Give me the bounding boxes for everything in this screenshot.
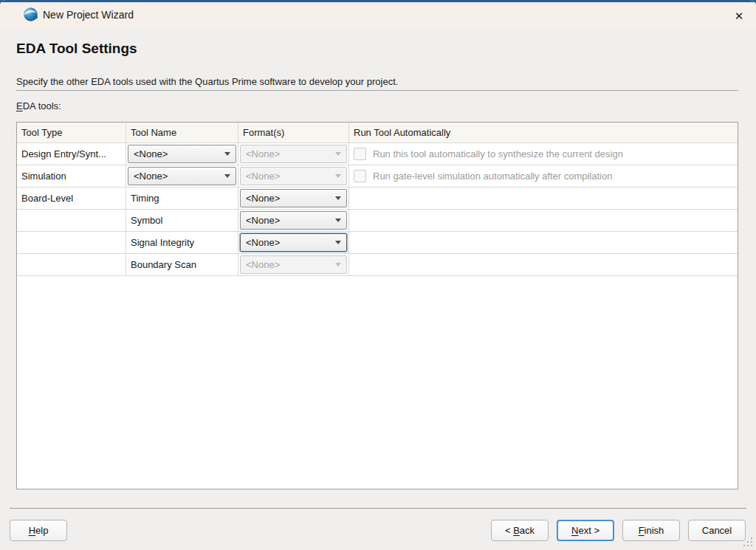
format-combo: <None> [240, 145, 347, 163]
chevron-down-icon [224, 174, 230, 178]
resize-grip[interactable] [742, 536, 754, 548]
column-header-tool-type: Tool Type [17, 123, 126, 142]
column-header-run-tool-automatically: Run Tool Automatically [349, 123, 738, 142]
table-row-signal-integrity: Signal Integrity <None> [17, 232, 738, 254]
format-combo[interactable]: <None> [240, 211, 347, 230]
column-header-formats: Format(s) [238, 123, 349, 142]
finish-button[interactable]: Finish [622, 520, 680, 541]
next-button[interactable]: Next > [557, 520, 614, 541]
chevron-down-icon [335, 196, 341, 200]
format-combo: <None> [240, 255, 347, 274]
close-button[interactable]: ✕ [726, 4, 752, 28]
tool-type-cell [17, 254, 126, 275]
page-title: EDA Tool Settings [16, 41, 137, 57]
tool-name-combo[interactable]: <None> [128, 145, 236, 163]
format-combo: <None> [240, 167, 347, 185]
titlebar: New Project Wizard ✕ [0, 2, 756, 30]
window-title: New Project Wizard [43, 9, 134, 21]
format-combo[interactable]: <None> [240, 233, 347, 252]
cancel-button[interactable]: Cancel [688, 520, 746, 541]
back-button[interactable]: < Back [491, 520, 549, 541]
tool-name-combo[interactable]: <None> [128, 167, 236, 185]
column-header-tool-name: Tool Name [126, 123, 238, 142]
table-row-board-level-timing: Board-Level Timing <None> [17, 188, 738, 210]
table-row-simulation: Simulation <None> <None> Run gate-level … [17, 165, 738, 188]
run-auto-checkbox [354, 148, 366, 160]
chevron-down-icon [335, 263, 341, 267]
tool-type-cell [17, 232, 126, 253]
page-description: Specify the other EDA tools used with th… [16, 76, 398, 87]
tool-type-cell: Board-Level [17, 188, 126, 209]
eda-tools-label: EDA tools: [16, 100, 61, 111]
wizard-navigation-buttons: < Back Next > Finish Cancel [491, 520, 746, 541]
quartus-logo-icon [23, 7, 38, 22]
run-auto-label: Run this tool automatically to synthesiz… [373, 148, 623, 159]
tool-name-cell: Boundary Scan [126, 254, 238, 275]
tool-name-cell: Timing [126, 188, 238, 209]
tool-name-cell: Signal Integrity [126, 232, 238, 253]
table-row-design-entry: Design Entry/Synt... <None> <None> Run t… [17, 143, 738, 165]
table-header-row: Tool Type Tool Name Format(s) Run Tool A… [17, 123, 738, 143]
table-row-boundary-scan: Boundary Scan <None> [17, 254, 738, 276]
format-combo[interactable]: <None> [240, 189, 347, 207]
chevron-down-icon [335, 241, 341, 244]
close-icon: ✕ [735, 10, 744, 23]
chevron-down-icon [335, 219, 341, 222]
run-auto-checkbox [354, 170, 366, 182]
chevron-down-icon [224, 152, 230, 156]
tool-name-cell: Symbol [126, 210, 238, 231]
new-project-wizard-dialog: New Project Wizard ✕ EDA Tool Settings S… [0, 0, 756, 550]
tool-type-cell: Simulation [17, 165, 126, 187]
run-auto-label: Run gate-level simulation automatically … [373, 171, 612, 182]
bottom-divider [10, 508, 746, 509]
table-row-symbol: Symbol <None> [17, 210, 738, 232]
top-divider [16, 90, 738, 91]
tool-type-cell: Design Entry/Synt... [17, 143, 126, 165]
tool-type-cell [17, 210, 126, 231]
help-button[interactable]: Help [10, 520, 67, 541]
chevron-down-icon [335, 152, 341, 156]
eda-tools-table: Tool Type Tool Name Format(s) Run Tool A… [16, 122, 738, 489]
chevron-down-icon [335, 174, 341, 178]
